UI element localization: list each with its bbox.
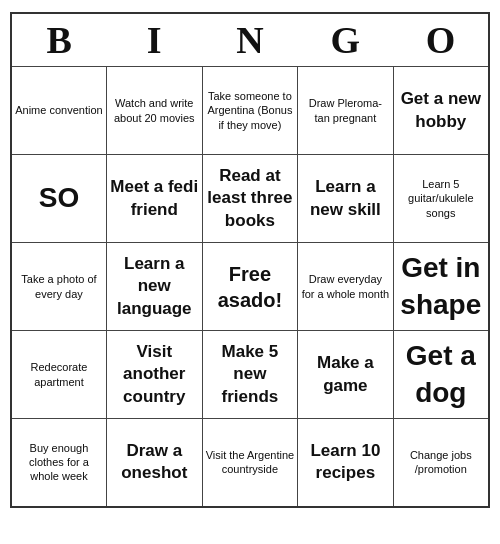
bingo-cell: Get in shape: [393, 243, 489, 331]
header-letter: N: [202, 13, 298, 67]
bingo-cell: Learn 5 guitar/ukulele songs: [393, 155, 489, 243]
bingo-cell: Draw a oneshot: [106, 419, 202, 507]
bingo-cell: Take a photo of every day: [11, 243, 106, 331]
bingo-grid: BINGO Anime conventionWatch and write ab…: [10, 12, 490, 508]
bingo-cell: Change jobs /promotion: [393, 419, 489, 507]
bingo-cell: Watch and write about 20 movies: [106, 67, 202, 155]
bingo-cell: Visit another country: [106, 331, 202, 419]
header-letter: G: [298, 13, 393, 67]
bingo-cell: Take someone to Argentina (Bonus if they…: [202, 67, 298, 155]
bingo-cell: Draw Pleroma-tan pregnant: [298, 67, 393, 155]
bingo-cell: Learn 10 recipes: [298, 419, 393, 507]
header-letter: I: [106, 13, 202, 67]
table-row: Anime conventionWatch and write about 20…: [11, 67, 489, 155]
bingo-cell: Meet a fedi friend: [106, 155, 202, 243]
bingo-cell: Anime convention: [11, 67, 106, 155]
table-row: Buy enough clothes for a whole weekDraw …: [11, 419, 489, 507]
bingo-cell: Redecorate apartment: [11, 331, 106, 419]
bingo-cell: Read at least three books: [202, 155, 298, 243]
bingo-cell: Visit the Argentine countryside: [202, 419, 298, 507]
bingo-cell: Make a game: [298, 331, 393, 419]
header-letter: B: [11, 13, 106, 67]
bingo-cell: Get a new hobby: [393, 67, 489, 155]
bingo-cell: Learn a new language: [106, 243, 202, 331]
bingo-cell: SO: [11, 155, 106, 243]
bingo-cell: Learn a new skill: [298, 155, 393, 243]
bingo-cell: Draw everyday for a whole month: [298, 243, 393, 331]
bingo-cell: Make 5 new friends: [202, 331, 298, 419]
table-row: SOMeet a fedi friendRead at least three …: [11, 155, 489, 243]
bingo-cell: Get a dog: [393, 331, 489, 419]
bingo-header: [10, 0, 490, 12]
table-row: Redecorate apartmentVisit another countr…: [11, 331, 489, 419]
bingo-cell: Free asado!: [202, 243, 298, 331]
bingo-cell: Buy enough clothes for a whole week: [11, 419, 106, 507]
header-letter: O: [393, 13, 489, 67]
table-row: Take a photo of every dayLearn a new lan…: [11, 243, 489, 331]
